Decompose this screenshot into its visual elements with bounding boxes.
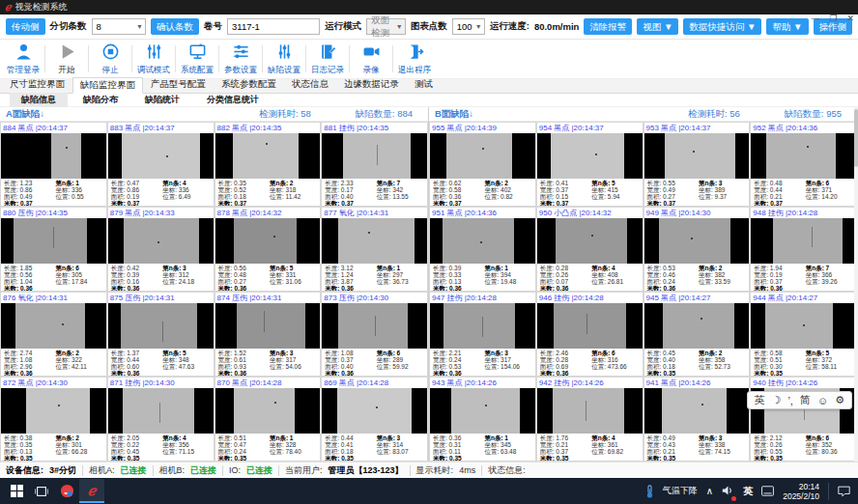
action-label: 停止 xyxy=(102,65,119,76)
language-indicator[interactable]: 英 xyxy=(743,485,753,498)
defect-details: 长度: 0.44宽度: 0.41面积: 0.18米数: 0.35第n条: 3坐标… xyxy=(322,434,427,461)
ime-toolbar[interactable]: 英☽’,简☺⚙ xyxy=(747,391,852,409)
action-stop-button[interactable]: 停止 xyxy=(89,42,131,76)
detail-right-column: 第n条: 6坐标: 289位置: 59.92 xyxy=(377,350,424,375)
defect-cell[interactable]: 879 黑点 |20:14:33长度: 0.42宽度: 0.39面积: 0.16… xyxy=(107,207,214,292)
defect-cell-header: 873 压伤 |20:14:30 xyxy=(322,293,427,303)
action-log-button[interactable]: 日志记录 xyxy=(306,42,349,76)
defect-cell[interactable]: 880 压伤 |20:14:35长度: 1.85宽度: 0.56面积: 1.04… xyxy=(0,207,107,292)
defect-image xyxy=(322,303,427,349)
defect-cell[interactable]: 869 黑点 |20:14:28长度: 0.44宽度: 0.41面积: 0.18… xyxy=(321,377,428,462)
roll-number-label: 卷号 xyxy=(204,20,222,33)
defect-cell[interactable]: 944 黑点 |20:14:27长度: 0.58宽度: 0.51面积: 0.30… xyxy=(750,292,857,377)
detection-app-taskbar-icon[interactable]: ℯ xyxy=(79,479,104,503)
sub-tab-1[interactable]: 缺陷分布 xyxy=(72,93,129,107)
ime-simplified-toggle[interactable]: 简 xyxy=(800,393,811,407)
main-tab-6[interactable]: 测试 xyxy=(407,76,441,93)
action-filters-button[interactable]: 缺陷设置 xyxy=(263,42,305,76)
defect-cell[interactable]: 878 黑点 |20:14:32长度: 0.56宽度: 0.48面积: 0.27… xyxy=(214,207,322,292)
defect-cell[interactable]: 949 黑点 |20:14:30长度: 0.53宽度: 0.46面积: 0.24… xyxy=(644,207,751,292)
sub-tab-2[interactable]: 缺陷统计 xyxy=(133,93,191,107)
action-exit-button[interactable]: 退出程序 xyxy=(393,42,436,76)
defect-cell[interactable]: 874 压伤 |20:14:31长度: 1.52宽度: 0.61面积: 0.93… xyxy=(214,292,322,377)
defect-cell[interactable]: 884 黑点 |20:14:37长度: 1.23宽度: 0.86面积: 0.49… xyxy=(0,122,107,207)
volume-icon[interactable] xyxy=(722,483,734,500)
defect-cell[interactable]: 952 黑点 |20:14:36长度: 0.48宽度: 0.44面积: 0.21… xyxy=(750,122,857,207)
defect-cell[interactable]: 870 黑点 |20:14:28长度: 0.51宽度: 0.47面积: 0.24… xyxy=(214,377,322,462)
defect-cell[interactable]: 941 黑点 |20:14:26长度: 0.49宽度: 0.43面积: 0.21… xyxy=(644,377,751,462)
clear-alarm-button[interactable]: 清除报警 xyxy=(584,18,632,35)
sub-tab-3[interactable]: 分类信息统计 xyxy=(195,93,271,107)
ime-settings-gear-icon[interactable]: ⚙ xyxy=(835,394,844,406)
action-user-button[interactable]: 管理登录 xyxy=(2,42,44,76)
defect-cell[interactable]: 954 黑点 |20:14:37长度: 0.41宽度: 0.37面积: 0.15… xyxy=(536,122,644,207)
maximize-button[interactable]: ❐ xyxy=(829,14,837,23)
defect-image xyxy=(108,303,214,349)
ime-lang-toggle[interactable]: 英 xyxy=(755,393,765,407)
defect-cell[interactable]: 871 挂伤 |20:14:30长度: 2.05宽度: 0.22面积: 0.45… xyxy=(107,377,214,462)
main-tab-3[interactable]: 系统参数配置 xyxy=(214,76,284,93)
defect-cell[interactable]: 876 氧化 |20:14:31长度: 2.74宽度: 1.08面积: 2.96… xyxy=(0,292,107,377)
run-mode-select[interactable]: 双面检测 ▼ xyxy=(366,18,406,35)
data-quick-access-button[interactable]: 数据快捷访问 ▼ xyxy=(683,18,761,35)
touch-keyboard-icon[interactable] xyxy=(761,486,774,496)
input-method-app-icon[interactable] xyxy=(54,479,79,503)
panel-title[interactable]: A面缺陷↓ xyxy=(6,108,44,121)
defect-cell-header: 954 黑点 |20:14:37 xyxy=(537,123,643,133)
defect-cell[interactable]: 947 挂伤 |20:14:28长度: 2.21宽度: 0.24面积: 0.53… xyxy=(429,292,536,377)
action-tune-h-button[interactable]: 参数设置 xyxy=(219,42,262,76)
task-view-button[interactable] xyxy=(29,479,54,503)
action-tune-v-button[interactable]: 调试模式 xyxy=(132,42,175,76)
start-button[interactable] xyxy=(4,479,29,503)
defect-cell-header: 948 挂伤 |20:14:28 xyxy=(751,208,856,218)
defect-cell[interactable]: 953 黑点 |20:14:37长度: 0.55宽度: 0.49面积: 0.27… xyxy=(644,122,751,207)
sub-tab-0[interactable]: 缺陷信息 xyxy=(10,93,68,107)
close-button[interactable]: ✕ xyxy=(846,14,854,23)
defect-cell[interactable]: 882 黑点 |20:14:35长度: 0.35宽度: 0.52面积: 0.18… xyxy=(214,122,322,207)
action-monitor-button[interactable]: 系统配置 xyxy=(176,42,218,76)
defect-cell[interactable]: 948 挂伤 |20:14:28长度: 1.94宽度: 0.19面积: 0.37… xyxy=(750,207,857,292)
main-tab-0[interactable]: 尺寸监控界面 xyxy=(2,76,72,93)
ime-emoji-icon[interactable]: ☺ xyxy=(817,395,828,406)
defect-cell[interactable]: 872 黑点 |20:14:30长度: 0.38宽度: 0.35面积: 0.13… xyxy=(0,377,107,462)
weather-text[interactable]: 气温下降 xyxy=(663,485,698,497)
action-camera-button[interactable]: 录像 xyxy=(350,42,392,76)
detail-left-column: 长度: 0.38宽度: 0.35面积: 0.13米数: 0.35 xyxy=(4,434,55,460)
vertical-scrollbar[interactable] xyxy=(854,107,858,462)
main-tab-1[interactable]: 缺陷监控界面 xyxy=(72,77,143,94)
panel-title[interactable]: B面缺陷↓ xyxy=(435,108,473,121)
defect-cell[interactable]: 945 黑点 |20:14:27长度: 0.45宽度: 0.40面积: 0.18… xyxy=(644,292,751,377)
action-center-icon[interactable] xyxy=(838,486,850,497)
defect-cell[interactable]: 881 挂伤 |20:14:35长度: 2.33宽度: 0.17面积: 0.40… xyxy=(321,122,428,207)
chart-points-select[interactable]: 100 ▼ xyxy=(452,18,485,35)
defect-cell[interactable]: 950 小凸点 |20:14:32长度: 0.28宽度: 0.26面积: 0.0… xyxy=(536,207,644,292)
view-menu-button[interactable]: 视图 ▼ xyxy=(637,18,678,35)
main-tab-2[interactable]: 产品型号配置 xyxy=(143,76,214,93)
defect-cell[interactable]: 951 黑点 |20:14:36长度: 0.39宽度: 0.33面积: 0.13… xyxy=(429,207,536,292)
defect-cell[interactable]: 873 压伤 |20:14:30长度: 1.08宽度: 0.37面积: 0.40… xyxy=(321,292,428,377)
main-tab-5[interactable]: 边缘数据记录 xyxy=(336,76,407,93)
defect-details: 长度: 0.47宽度: 0.86面积: 0.19米数: 0.37第n条: 4坐标… xyxy=(108,179,214,206)
action-play-button[interactable]: 开始 xyxy=(45,42,88,76)
defect-cell[interactable]: 942 挂伤 |20:14:26长度: 1.76宽度: 0.21面积: 0.37… xyxy=(536,377,644,462)
slit-count-select[interactable]: 8 ▼ xyxy=(92,18,147,35)
defect-cell[interactable]: 940 挂伤 |20:14:26长度: 2.12宽度: 0.26面积: 0.55… xyxy=(750,377,857,462)
help-menu-button[interactable]: 帮助 ▼ xyxy=(766,18,808,35)
drive-side-button[interactable]: 传动侧 xyxy=(6,18,45,35)
main-tab-4[interactable]: 状态信息 xyxy=(284,76,336,93)
confirm-count-button[interactable]: 确认条数 xyxy=(151,18,199,35)
minimize-button[interactable]: — xyxy=(811,14,819,23)
defect-details: 长度: 0.56宽度: 0.48面积: 0.27米数: 0.36第n条: 5坐标… xyxy=(215,264,321,291)
defect-cell[interactable]: 943 黑点 |20:14:26长度: 0.36宽度: 0.31面积: 0.11… xyxy=(429,377,536,462)
defect-cell[interactable]: 883 黑点 |20:14:37长度: 0.47宽度: 0.86面积: 0.19… xyxy=(107,122,214,207)
defect-cell[interactable]: 875 压伤 |20:14:31长度: 1.37宽度: 0.44面积: 0.60… xyxy=(107,292,214,377)
defect-cell[interactable]: 946 挂伤 |20:14:28长度: 2.46宽度: 0.28面积: 0.69… xyxy=(536,292,644,377)
tray-expand-icon[interactable]: ∧ xyxy=(706,486,713,496)
ime-punctuation-toggle[interactable]: ’, xyxy=(787,395,793,406)
taskbar-clock[interactable]: 20:14 2025/2/10 xyxy=(783,482,819,501)
ime-moon-icon[interactable]: ☽ xyxy=(772,394,782,406)
defect-cell[interactable]: 877 氧化 |20:14:31长度: 3.12宽度: 1.24面积: 3.87… xyxy=(321,207,428,292)
defect-cell[interactable]: 955 黑点 |20:14:39长度: 0.62宽度: 0.58面积: 0.36… xyxy=(429,122,536,207)
roll-number-input[interactable] xyxy=(227,18,320,35)
detail-left-column: 长度: 2.46宽度: 0.28面积: 0.69米数: 0.36 xyxy=(540,350,591,375)
